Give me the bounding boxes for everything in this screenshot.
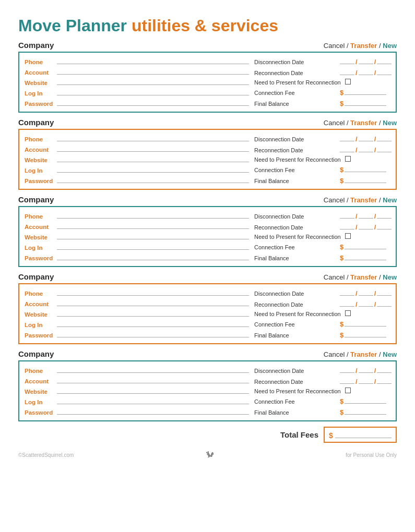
right-label-checkbox-1: Need to Present for Reconnection bbox=[254, 79, 341, 86]
field-input-phone-5[interactable] bbox=[57, 366, 249, 373]
date-mm[interactable] bbox=[340, 68, 354, 75]
field-input-log-in-3[interactable] bbox=[57, 243, 249, 250]
date-dd[interactable] bbox=[359, 366, 373, 373]
date-dd[interactable] bbox=[359, 288, 373, 296]
squirrel-icon: 🐿 bbox=[206, 450, 214, 460]
date-dd[interactable] bbox=[359, 222, 373, 229]
reconnection-checkbox-1[interactable] bbox=[345, 79, 351, 84]
right-field-disconnection-date-1: Disconnection Date / / bbox=[254, 57, 392, 66]
final-balance-input-4[interactable] bbox=[345, 330, 386, 337]
field-input-log-in-5[interactable] bbox=[57, 397, 249, 404]
connection-fee-input-3[interactable] bbox=[345, 242, 386, 249]
field-row-password-5: Password bbox=[25, 407, 249, 416]
right-field-need-to-present-for-reconnection-1: Need to Present for Reconnection bbox=[254, 79, 392, 86]
date-mm[interactable] bbox=[340, 211, 354, 219]
date-yy[interactable] bbox=[377, 299, 392, 307]
date-field-5: / / bbox=[340, 377, 392, 385]
field-input-account-5[interactable] bbox=[57, 376, 249, 383]
date-field-5: / / bbox=[340, 366, 392, 374]
field-input-phone-2[interactable] bbox=[57, 134, 249, 141]
date-field-2: / / bbox=[340, 145, 392, 154]
final-balance-input-2[interactable] bbox=[345, 176, 386, 183]
date-mm[interactable] bbox=[340, 222, 354, 229]
right-label-connfee-5: Connection Fee bbox=[254, 398, 338, 405]
date-field-4: / / bbox=[340, 288, 392, 297]
date-dd[interactable] bbox=[359, 377, 373, 384]
date-yy[interactable] bbox=[377, 57, 392, 64]
connection-fee-input-2[interactable] bbox=[345, 165, 386, 172]
new-label-5: New bbox=[383, 350, 397, 358]
reconnection-checkbox-4[interactable] bbox=[345, 310, 351, 316]
date-mm[interactable] bbox=[340, 134, 354, 141]
date-dd[interactable] bbox=[359, 68, 373, 75]
total-fees-line[interactable] bbox=[335, 430, 392, 438]
field-input-website-1[interactable] bbox=[57, 78, 249, 85]
footer-right: for Personal Use Only bbox=[346, 452, 397, 458]
field-input-website-3[interactable] bbox=[57, 232, 249, 239]
date-mm[interactable] bbox=[340, 288, 354, 296]
date-mm[interactable] bbox=[340, 145, 354, 152]
field-input-account-3[interactable] bbox=[57, 222, 249, 229]
connection-fee-input-5[interactable] bbox=[345, 396, 386, 404]
right-field-need-to-present-for-reconnection-2: Need to Present for Reconnection bbox=[254, 156, 392, 163]
field-input-log-in-1[interactable] bbox=[57, 88, 249, 95]
ctns-2: Cancel / Transfer / New bbox=[324, 119, 397, 127]
final-balance-input-1[interactable] bbox=[345, 99, 386, 106]
connection-fee-input-1[interactable] bbox=[345, 88, 386, 95]
right-field-reconnection-date-1: Reconnection Date / / bbox=[254, 68, 392, 77]
date-dd[interactable] bbox=[359, 299, 373, 307]
field-input-password-2[interactable] bbox=[57, 176, 249, 183]
date-mm[interactable] bbox=[340, 57, 354, 64]
final-balance-row-1: $ bbox=[340, 99, 386, 107]
final-balance-input-5[interactable] bbox=[345, 407, 386, 415]
date-yy[interactable] bbox=[377, 366, 392, 373]
reconnection-checkbox-3[interactable] bbox=[345, 233, 351, 239]
field-input-password-4[interactable] bbox=[57, 330, 249, 337]
section-header-2: Company Cancel / Transfer / New bbox=[18, 118, 397, 127]
field-input-password-5[interactable] bbox=[57, 407, 249, 415]
date-dd[interactable] bbox=[359, 211, 373, 219]
field-input-log-in-4[interactable] bbox=[57, 320, 249, 327]
date-mm[interactable] bbox=[340, 366, 354, 373]
field-label-phone-4: Phone bbox=[25, 291, 55, 297]
field-input-phone-3[interactable] bbox=[57, 211, 249, 219]
date-yy[interactable] bbox=[377, 288, 392, 296]
field-label-password-1: Password bbox=[25, 101, 55, 107]
date-yy[interactable] bbox=[377, 134, 392, 141]
field-input-phone-1[interactable] bbox=[57, 57, 249, 64]
field-row-account-1: Account bbox=[25, 67, 249, 76]
field-input-phone-4[interactable] bbox=[57, 288, 249, 296]
reconnection-checkbox-5[interactable] bbox=[345, 388, 351, 393]
date-dd[interactable] bbox=[359, 57, 373, 64]
field-input-account-1[interactable] bbox=[57, 67, 249, 75]
section-header-4: Company Cancel / Transfer / New bbox=[18, 272, 397, 281]
field-input-website-2[interactable] bbox=[57, 155, 249, 162]
field-input-account-2[interactable] bbox=[57, 144, 249, 152]
date-yy[interactable] bbox=[377, 211, 392, 219]
date-yy[interactable] bbox=[377, 377, 392, 384]
right-label-balance-2: Final Balance bbox=[254, 178, 338, 184]
right-field-disconnection-date-3: Disconnection Date / / bbox=[254, 211, 392, 220]
field-input-website-5[interactable] bbox=[57, 386, 249, 394]
date-dd[interactable] bbox=[359, 134, 373, 141]
right-label-balance-5: Final Balance bbox=[254, 409, 338, 416]
transfer-label-1: Transfer bbox=[350, 42, 377, 50]
date-mm[interactable] bbox=[340, 299, 354, 307]
date-yy[interactable] bbox=[377, 222, 392, 229]
date-dd[interactable] bbox=[359, 145, 373, 152]
right-label-connfee-4: Connection Fee bbox=[254, 321, 338, 328]
field-input-website-4[interactable] bbox=[57, 309, 249, 317]
field-label-phone-5: Phone bbox=[25, 368, 55, 374]
new-label-2: New bbox=[383, 119, 397, 127]
field-input-password-3[interactable] bbox=[57, 253, 249, 260]
connection-fee-input-4[interactable] bbox=[345, 319, 386, 327]
cancel-label-3: Cancel bbox=[324, 196, 345, 204]
date-yy[interactable] bbox=[377, 68, 392, 75]
field-input-account-4[interactable] bbox=[57, 299, 249, 306]
field-input-password-1[interactable] bbox=[57, 99, 249, 106]
date-mm[interactable] bbox=[340, 377, 354, 384]
reconnection-checkbox-2[interactable] bbox=[345, 156, 351, 162]
field-input-log-in-2[interactable] bbox=[57, 165, 249, 173]
date-yy[interactable] bbox=[377, 145, 392, 152]
final-balance-input-3[interactable] bbox=[345, 253, 386, 260]
